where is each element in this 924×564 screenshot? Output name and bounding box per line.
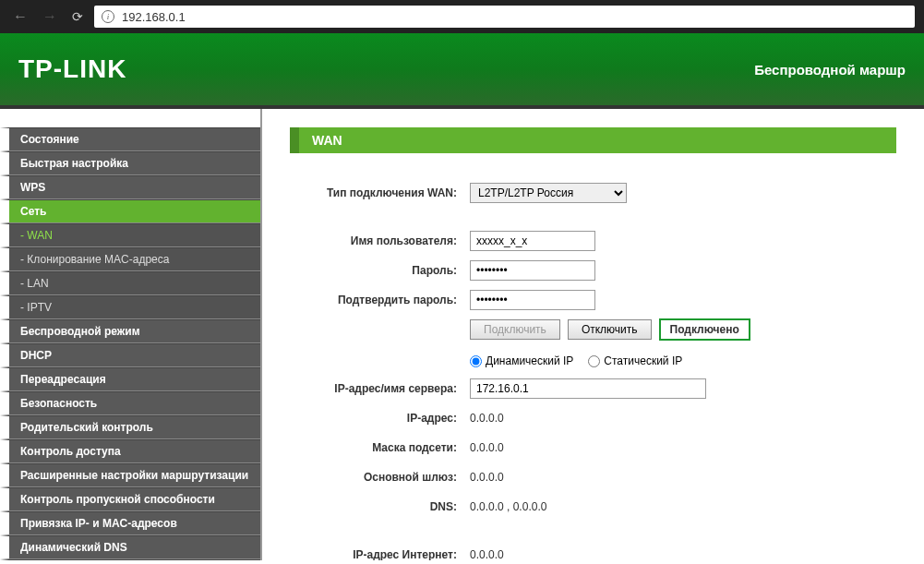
connect-button[interactable]: Подключить (470, 319, 560, 340)
label-username: Имя пользователя: (290, 234, 470, 247)
radio-dynamic[interactable]: Динамический IP (470, 354, 573, 367)
sidebar-item-bandwidth[interactable]: Контроль пропускной способности (0, 487, 260, 511)
radio-static-label: Статический IP (604, 354, 682, 367)
row-gateway: Основной шлюз: 0.0.0.0 (290, 465, 896, 489)
row-username: Имя пользователя: (290, 229, 896, 253)
label-server-ip: IP-адрес/имя сервера: (290, 382, 470, 395)
info-icon[interactable]: i (102, 10, 114, 23)
sidebar-item-dhcp[interactable]: DHCP (0, 343, 260, 367)
label-password: Пароль: (290, 264, 470, 277)
sidebar-item-parental[interactable]: Родительский контроль (0, 415, 260, 439)
content-panel: WAN Тип подключения WAN: L2TP/L2TP Росси… (262, 109, 924, 560)
label-internet-ip: IP-адрес Интернет: (290, 548, 470, 560)
input-password[interactable] (470, 260, 595, 281)
input-server-ip[interactable] (470, 378, 706, 399)
label-conn-type: Тип подключения WAN: (290, 186, 470, 199)
sidebar-item-status[interactable]: Состояние (0, 127, 260, 151)
sidebar-item-security[interactable]: Безопасность (0, 391, 260, 415)
sidebar-item-routing[interactable]: Расширенные настройки маршрутизации (0, 463, 260, 487)
sidebar-item-iptv[interactable]: - IPTV (0, 295, 260, 319)
header-banner: TP-LINK Беспроводной маршр (0, 33, 924, 109)
value-ip-address: 0.0.0.0 (470, 412, 504, 425)
ip-mode-radio-group: Динамический IP Статический IP (470, 354, 896, 367)
sidebar-item-lan[interactable]: - LAN (0, 271, 260, 295)
sidebar-item-forwarding[interactable]: Переадресация (0, 367, 260, 391)
label-ip-address: IP-адрес: (290, 412, 470, 425)
forward-icon[interactable]: → (39, 6, 61, 27)
status-connected: Подключено (659, 318, 750, 341)
radio-static-input[interactable] (588, 355, 600, 367)
row-internet-ip: IP-адрес Интернет: 0.0.0.0 (290, 543, 896, 560)
input-username[interactable] (470, 231, 595, 251)
browser-toolbar: ← → ⟳ i 192.168.0.1 (0, 0, 924, 33)
disconnect-button[interactable]: Отключить (568, 319, 652, 340)
value-subnet: 0.0.0.0 (470, 441, 504, 454)
sidebar-item-network[interactable]: Сеть (0, 199, 260, 223)
sidebar-item-system-tools[interactable]: Системные инструменты (0, 559, 260, 560)
label-dns: DNS: (290, 500, 470, 513)
url-bar[interactable]: i 192.168.0.1 (94, 6, 915, 28)
value-dns: 0.0.0.0 , 0.0.0.0 (470, 500, 546, 513)
row-conn-type: Тип подключения WAN: L2TP/L2TP Россия (290, 181, 896, 205)
reload-icon[interactable]: ⟳ (68, 7, 87, 26)
radio-dynamic-input[interactable] (470, 355, 482, 367)
sidebar-item-wps[interactable]: WPS (0, 175, 260, 199)
row-ip-address: IP-адрес: 0.0.0.0 (290, 406, 896, 430)
radio-dynamic-label: Динамический IP (486, 354, 573, 367)
sidebar-item-wireless[interactable]: Беспроводной режим (0, 319, 260, 343)
sidebar-item-quick-setup[interactable]: Быстрая настройка (0, 151, 260, 175)
row-subnet: Маска подсети: 0.0.0.0 (290, 436, 896, 460)
input-confirm-password[interactable] (470, 290, 595, 310)
value-internet-ip: 0.0.0.0 (470, 548, 504, 560)
label-gateway: Основной шлюз: (290, 471, 470, 484)
sidebar: Состояние Быстрая настройка WPS Сеть - W… (0, 109, 262, 560)
row-password: Пароль: (290, 258, 896, 282)
product-name: Беспроводной маршр (754, 62, 906, 78)
select-conn-type[interactable]: L2TP/L2TP Россия (470, 183, 627, 203)
value-gateway: 0.0.0.0 (470, 471, 504, 484)
logo: TP-LINK (18, 54, 126, 84)
row-buttons: Подключить Отключить Подключено (290, 318, 896, 342)
label-subnet: Маска подсети: (290, 441, 470, 454)
sidebar-item-access-control[interactable]: Контроль доступа (0, 439, 260, 463)
main-container: Состояние Быстрая настройка WPS Сеть - W… (0, 109, 924, 560)
back-icon[interactable]: ← (9, 6, 31, 27)
radio-static[interactable]: Статический IP (588, 354, 682, 367)
label-confirm-password: Подтвердить пароль: (290, 294, 470, 306)
sidebar-item-ddns[interactable]: Динамический DNS (0, 535, 260, 559)
row-server-ip: IP-адрес/имя сервера: (290, 377, 896, 401)
row-dns: DNS: 0.0.0.0 , 0.0.0.0 (290, 495, 896, 519)
row-confirm-password: Подтвердить пароль: (290, 288, 896, 312)
sidebar-item-wan[interactable]: - WAN (0, 223, 260, 247)
section-header: WAN (290, 127, 896, 153)
sidebar-item-ip-mac-binding[interactable]: Привязка IP- и MAC-адресов (0, 511, 260, 535)
sidebar-item-mac-clone[interactable]: - Клонирование MAC-адреса (0, 247, 260, 271)
url-text: 192.168.0.1 (122, 10, 186, 24)
